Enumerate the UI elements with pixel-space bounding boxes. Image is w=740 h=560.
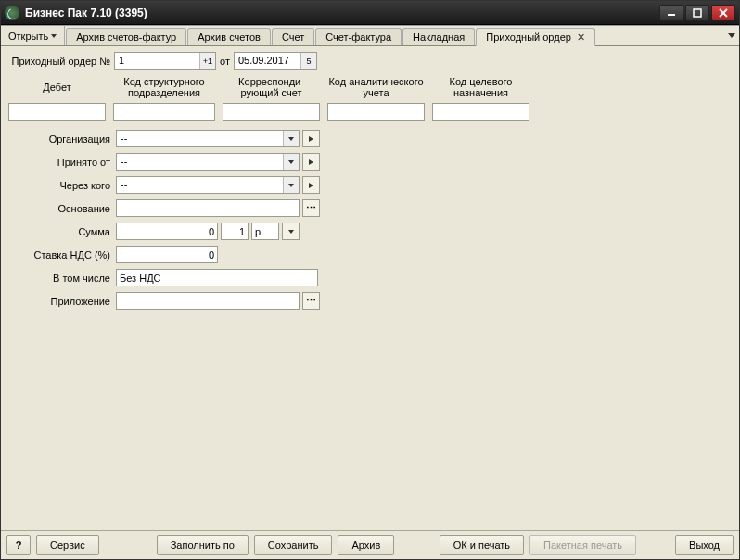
triangle-right-icon: [309, 136, 313, 142]
service-button[interactable]: Сервис: [36, 535, 99, 555]
window-title: Бизнес Пак 7.10 (3395): [25, 6, 659, 19]
archive-button[interactable]: Архив: [338, 535, 394, 555]
fill-by-button[interactable]: Заполнить по: [157, 535, 249, 555]
footer: ? Сервис Заполнить по Сохранить Архив ОК…: [1, 530, 739, 559]
tab-invoice[interactable]: Счет-фактура: [315, 28, 402, 45]
sum-unit-input[interactable]: [251, 223, 279, 240]
dots-icon: ⋯: [306, 295, 317, 307]
org-label: Организация: [8, 134, 110, 145]
tabstrip-overflow-button[interactable]: [724, 26, 739, 45]
date-picker-button[interactable]: 5: [300, 53, 316, 69]
chevron-down-icon[interactable]: [283, 177, 299, 193]
doc-number-field[interactable]: 1 +1: [114, 52, 216, 70]
header-debet: Дебет: [43, 75, 70, 99]
chevron-down-icon: [728, 33, 735, 38]
tab-close-icon[interactable]: ✕: [575, 32, 585, 44]
reason-input[interactable]: [116, 199, 300, 217]
date-field[interactable]: 05.09.2017 5: [234, 52, 317, 70]
accepted-from-label: Принято от: [8, 157, 110, 168]
svg-rect-1: [694, 9, 701, 17]
tab-waybill[interactable]: Накладная: [402, 28, 475, 45]
tab-archive-invoices[interactable]: Архив счетов-фактур: [66, 28, 186, 45]
ok-print-button[interactable]: ОК и печать: [440, 535, 524, 555]
triangle-right-icon: [309, 159, 313, 165]
incl-input[interactable]: [116, 269, 318, 286]
header-korr: Корреспонди­рующий счет: [223, 75, 320, 99]
vat-rate-label: Ставка НДС (%): [8, 249, 110, 261]
help-button[interactable]: ?: [6, 535, 31, 555]
attach-input[interactable]: [116, 292, 300, 310]
kod-anal-input[interactable]: [327, 103, 425, 121]
attach-browse-button[interactable]: ⋯: [302, 292, 320, 310]
tab-account[interactable]: Счет: [272, 28, 314, 45]
reason-browse-button[interactable]: ⋯: [302, 199, 320, 217]
doc-number-increment[interactable]: +1: [199, 53, 215, 69]
dots-icon: ⋯: [306, 202, 317, 214]
sum-input[interactable]: [116, 223, 218, 240]
vat-rate-input[interactable]: [116, 246, 218, 263]
exit-button[interactable]: Выход: [675, 535, 734, 555]
chevron-down-icon[interactable]: [283, 131, 299, 146]
tab-archive-accounts[interactable]: Архив счетов: [187, 28, 271, 45]
maximize-button[interactable]: [685, 5, 709, 21]
through-label: Через кого: [8, 180, 110, 191]
save-button[interactable]: Сохранить: [254, 535, 333, 555]
kod-cel-input[interactable]: [432, 103, 529, 121]
triangle-right-icon: [309, 183, 313, 188]
header-kod-struct: Код структурного подразделения: [113, 75, 215, 99]
attach-label: Приложение: [8, 296, 110, 307]
open-menu-button[interactable]: Открыть: [1, 26, 65, 45]
tabstrip: Открыть Архив счетов-фактур Архив счетов…: [1, 26, 739, 46]
chevron-down-icon[interactable]: [283, 154, 299, 170]
kod-struct-input[interactable]: [113, 103, 215, 121]
app-icon: [5, 6, 19, 20]
org-browse-button[interactable]: [302, 130, 320, 147]
doc-number-label: Приходный ордер №: [8, 56, 110, 67]
sum-label: Сумма: [8, 226, 110, 237]
header-kod-anal: Код аналитичес­кого учета: [327, 75, 425, 99]
chevron-down-icon: [288, 230, 294, 234]
through-combo[interactable]: --: [116, 176, 300, 194]
header-kod-cel: Код целевого назначения: [432, 75, 529, 99]
tab-incoming-order[interactable]: Приходный ордер ✕: [476, 28, 595, 46]
close-button[interactable]: [711, 5, 735, 21]
sum-qty-input[interactable]: [221, 223, 249, 240]
incl-label: В том числе: [8, 273, 110, 284]
through-browse-button[interactable]: [302, 176, 320, 194]
accepted-from-browse-button[interactable]: [302, 153, 320, 171]
debet-input[interactable]: [8, 103, 106, 121]
accepted-from-combo[interactable]: --: [116, 153, 300, 171]
open-menu-label: Открыть: [8, 31, 48, 42]
sum-dropdown-button[interactable]: [282, 223, 300, 240]
reason-label: Основание: [8, 203, 110, 214]
from-label: от: [220, 56, 230, 67]
org-combo[interactable]: --: [116, 130, 300, 147]
batch-print-button: Пакетная печать: [529, 535, 636, 555]
titlebar: Бизнес Пак 7.10 (3395): [1, 1, 739, 25]
korr-input[interactable]: [223, 103, 320, 121]
minimize-button[interactable]: [659, 5, 683, 21]
chevron-down-icon: [51, 34, 57, 38]
